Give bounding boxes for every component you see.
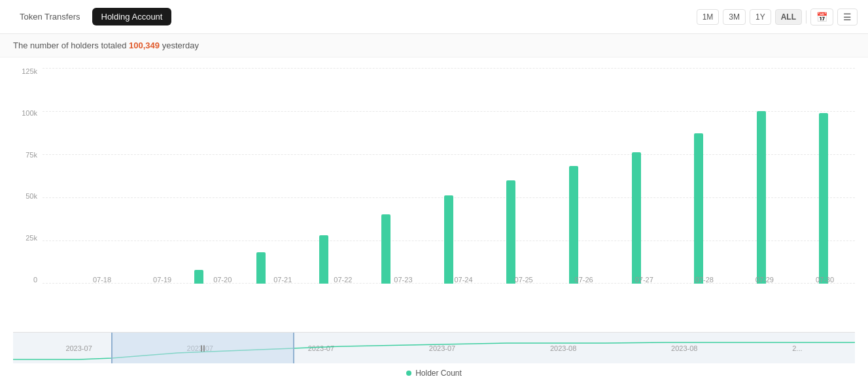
bar-group bbox=[667, 68, 730, 284]
bar-group bbox=[43, 68, 105, 284]
y-label-0: 0 bbox=[33, 276, 37, 284]
y-label-50k: 50k bbox=[26, 193, 37, 200]
chart-plot: 07-1807-1907-2007-2107-2207-2307-2407-25… bbox=[43, 68, 855, 284]
bar bbox=[381, 214, 391, 284]
x-axis: 07-1807-1907-2007-2107-2207-2307-2407-25… bbox=[72, 276, 855, 284]
tabs: Token Transfers Holding Account bbox=[10, 8, 171, 25]
bar bbox=[757, 111, 766, 284]
chart-area: 125k 100k 75k 50k 25k 0 07-1807-1907-200… bbox=[0, 58, 868, 332]
x-label: 07-27 bbox=[614, 276, 674, 284]
x-label: 07-22 bbox=[313, 276, 373, 284]
bar bbox=[506, 180, 515, 284]
bar bbox=[444, 195, 453, 284]
legend: Holder Count bbox=[0, 363, 868, 381]
time-controls: 1M 3M 1Y ALL 📅 ☰ bbox=[697, 8, 858, 25]
divider bbox=[806, 10, 807, 24]
minimap[interactable]: ⏸ 2023-07 2023-07 2023-07 2023-07 2023-0… bbox=[13, 332, 855, 363]
bar bbox=[819, 113, 828, 284]
bar-group bbox=[417, 68, 480, 284]
holder-count-highlight: 100,349 bbox=[129, 41, 160, 50]
bar-group bbox=[167, 68, 230, 284]
x-label: 07-28 bbox=[674, 276, 735, 284]
bar bbox=[569, 166, 578, 284]
bar bbox=[632, 152, 641, 284]
bar-group bbox=[542, 68, 605, 284]
bar-group bbox=[292, 68, 355, 284]
pause-icon: ⏸ bbox=[198, 343, 207, 354]
x-label: 07-25 bbox=[494, 276, 554, 284]
y-label-25k: 25k bbox=[26, 235, 37, 242]
bar-group bbox=[480, 68, 543, 284]
info-bar: The number of holders totaled 100,349 ye… bbox=[0, 34, 868, 58]
x-label: 07-19 bbox=[132, 276, 192, 284]
bar bbox=[694, 133, 703, 284]
bar-group bbox=[792, 68, 855, 284]
y-label-75k: 75k bbox=[26, 152, 37, 159]
x-label: 07-30 bbox=[795, 276, 855, 284]
y-axis: 125k 100k 75k 50k 25k 0 bbox=[13, 68, 43, 284]
x-label: 07-26 bbox=[554, 276, 614, 284]
info-prefix: The number of holders totaled bbox=[13, 41, 129, 50]
time-1m-button[interactable]: 1M bbox=[697, 9, 720, 25]
x-label: 07-24 bbox=[433, 276, 493, 284]
time-all-button[interactable]: ALL bbox=[775, 9, 802, 25]
top-bar: Token Transfers Holding Account 1M 3M 1Y… bbox=[0, 0, 868, 34]
y-label-100k: 100k bbox=[22, 110, 37, 117]
x-label: 07-18 bbox=[72, 276, 132, 284]
time-3m-button[interactable]: 3M bbox=[723, 9, 746, 25]
tab-token-transfers[interactable]: Token Transfers bbox=[10, 8, 90, 25]
bar-group bbox=[730, 68, 793, 284]
bar-group bbox=[355, 68, 418, 284]
bars-container bbox=[43, 68, 855, 284]
legend-dot bbox=[406, 371, 411, 376]
x-label: 07-20 bbox=[192, 276, 252, 284]
x-label: 07-23 bbox=[373, 276, 433, 284]
bar-group bbox=[105, 68, 168, 284]
bar-group bbox=[230, 68, 293, 284]
calendar-button[interactable]: 📅 bbox=[810, 8, 833, 25]
tab-holding-account[interactable]: Holding Account bbox=[92, 8, 172, 25]
minimap-handle[interactable]: ⏸ bbox=[111, 333, 294, 363]
x-label: 07-29 bbox=[735, 276, 795, 284]
info-suffix: yesterday bbox=[160, 41, 199, 50]
legend-label: Holder Count bbox=[415, 369, 462, 378]
time-1y-button[interactable]: 1Y bbox=[750, 9, 771, 25]
bar-group bbox=[605, 68, 668, 284]
chart-container: 125k 100k 75k 50k 25k 0 07-1807-1907-200… bbox=[13, 68, 855, 303]
menu-button[interactable]: ☰ bbox=[837, 8, 858, 25]
x-label: 07-21 bbox=[252, 276, 313, 284]
y-label-125k: 125k bbox=[22, 68, 37, 75]
